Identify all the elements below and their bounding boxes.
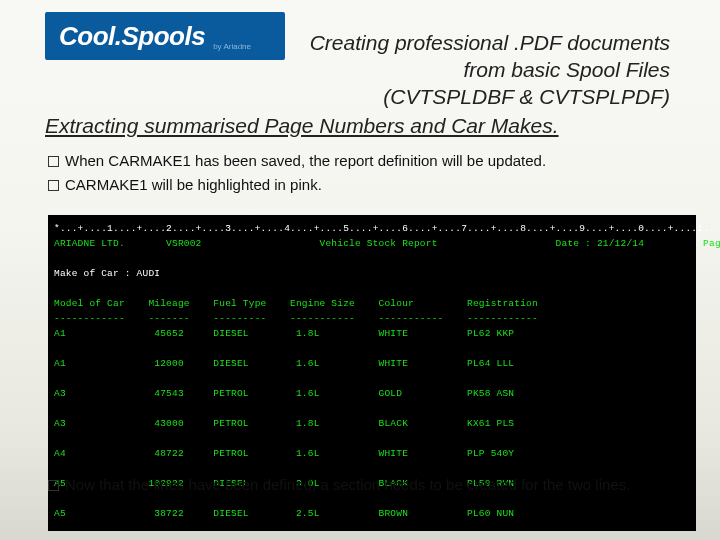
table-row: A1 12000 DIESEL 1.6L WHITE PL64 LLL [54,358,514,369]
bullet-text: CARMAKE1 will be highlighted in pink. [65,176,322,193]
terminal-header: ARIADNE LTD. VSR002 Vehicle Stock Report… [54,238,720,249]
bullet-text: Now that the lines have been defined, a … [65,476,630,493]
slide-heading: Creating professional .PDF documents fro… [45,30,670,140]
bullet-text: When CARMAKE1 has been saved, the report… [65,152,546,169]
table-row: A3 43000 PETROL 1.8L BLACK KX61 PLS [54,418,514,429]
terminal-separator: ------------ ------- --------- ---------… [54,313,538,324]
heading-subtitle: Extracting summarised Page Numbers and C… [45,113,670,140]
bullet-icon [48,180,59,191]
heading-line-3: (CVTSPLDBF & CVTSPLPDF) [45,84,670,111]
terminal-columns: Model of Car Mileage Fuel Type Engine Si… [54,298,538,309]
terminal-ruler: *...+....1....+....2....+....3....+....4… [54,223,720,234]
heading-line-2: from basic Spool Files [45,57,670,84]
bullet-icon [48,156,59,167]
table-row: A1 45652 DIESEL 1.8L WHITE PL62 KKP [54,328,514,339]
table-row: A4 48722 PETROL 1.6L WHITE PLP 540Y [54,448,514,459]
table-row: A5 38722 DIESEL 2.5L BROWN PL60 NUN [54,508,514,519]
bullet-item: When CARMAKE1 has been saved, the report… [48,150,670,171]
bullet-list-top: When CARMAKE1 has been saved, the report… [48,150,670,198]
terminal-make-row: Make of Car : AUDI [54,268,160,279]
table-row: A3 47543 PETROL 1.6L GOLD PK58 ASN [54,388,514,399]
heading-line-1: Creating professional .PDF documents [45,30,670,57]
bullet-item: CARMAKE1 will be highlighted in pink. [48,174,670,195]
bullet-icon [48,480,59,491]
bullet-list-bottom: Now that the lines have been defined, a … [48,475,670,495]
